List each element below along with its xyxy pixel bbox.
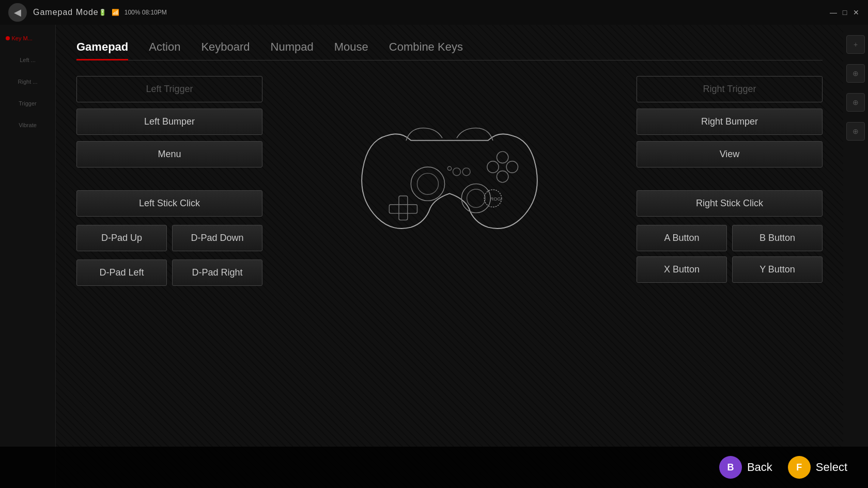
close-button[interactable]: ✕ (853, 9, 860, 16)
gamepad-layout: Left Trigger Left Bumper Menu Left Stick… (76, 76, 823, 286)
svg-rect-5 (389, 205, 417, 213)
main-content: Gamepad Action Keyboard Numpad Mouse Com… (56, 25, 843, 488)
controller-svg: ROG (351, 102, 548, 247)
svg-point-3 (467, 189, 485, 207)
sidebar-label-vibrate: Vibrate (19, 122, 37, 128)
right-btn-4[interactable]: ⊕ (846, 122, 865, 141)
tab-keyboard[interactable]: Keyboard (201, 40, 250, 60)
tab-mouse[interactable]: Mouse (334, 40, 368, 60)
app-icon: ◀ (8, 3, 27, 22)
app-title: Gamepad Mode (33, 8, 99, 17)
dpad-up-down-row: D-Pad Up D-Pad Down (76, 225, 262, 251)
svg-point-12 (447, 166, 451, 170)
bottom-bar: B Back F Select (0, 447, 868, 488)
svg-point-7 (506, 161, 518, 173)
right-btn-2[interactable]: ⊕ (846, 64, 865, 83)
y-button[interactable]: Y Button (732, 256, 823, 283)
sidebar-item-right[interactable]: Right ... (18, 79, 38, 85)
right-bumper-button[interactable]: Right Bumper (637, 109, 823, 135)
sidebar-label-keymap: Key M... (12, 35, 33, 41)
minimize-button[interactable]: — (830, 9, 837, 16)
right-btn-1[interactable]: + (846, 35, 865, 54)
back-label: Back (747, 461, 772, 474)
sidebar: Key M... Left ... Right ... Trigger Vibr… (0, 25, 56, 488)
svg-point-0 (411, 167, 444, 201)
sidebar-label-left: Left ... (20, 57, 36, 63)
window-controls[interactable]: — □ ✕ (830, 9, 860, 16)
b-button[interactable]: B Button (732, 225, 823, 251)
active-indicator (6, 36, 10, 40)
dpad-left-button[interactable]: D-Pad Left (76, 260, 167, 286)
right-buttons: Right Trigger Right Bumper View Right St… (637, 76, 823, 283)
svg-point-10 (462, 168, 470, 176)
dpad-right-button[interactable]: D-Pad Right (172, 260, 262, 286)
left-trigger-button[interactable]: Left Trigger (76, 76, 262, 102)
controller-image-area: ROG (273, 76, 626, 272)
tab-bar: Gamepad Action Keyboard Numpad Mouse Com… (76, 40, 823, 60)
svg-point-2 (461, 184, 490, 213)
a-button[interactable]: A Button (637, 225, 727, 251)
back-button[interactable]: B Back (719, 456, 772, 479)
tab-combine-keys[interactable]: Combine Keys (389, 40, 463, 60)
sidebar-item-vibrate[interactable]: Vibrate (19, 122, 37, 128)
select-label: Select (816, 461, 847, 474)
left-stick-click-button[interactable]: Left Stick Click (76, 190, 262, 217)
back-icon: B (719, 456, 742, 479)
tab-gamepad[interactable]: Gamepad (76, 40, 128, 60)
sidebar-item-left[interactable]: Left ... (20, 57, 36, 63)
svg-point-11 (453, 168, 461, 176)
select-icon: F (788, 456, 811, 479)
svg-point-6 (497, 171, 508, 182)
svg-point-8 (487, 161, 499, 173)
right-stick-click-button[interactable]: Right Stick Click (637, 190, 823, 217)
abxy-grid: A Button B Button X Button Y Button (637, 225, 823, 283)
clock: 100% 08:10PM (125, 9, 167, 16)
sidebar-item-trigger[interactable]: Trigger (19, 100, 36, 106)
right-controls: + ⊕ ⊕ ⊕ (843, 25, 868, 488)
x-button[interactable]: X Button (637, 256, 727, 283)
sidebar-item-keymap[interactable]: Key M... (5, 35, 51, 41)
wifi-icon: 📶 (112, 9, 119, 16)
right-trigger-button[interactable]: Right Trigger (637, 76, 823, 102)
left-bumper-button[interactable]: Left Bumper (76, 109, 262, 135)
sidebar-label-trigger: Trigger (19, 100, 36, 106)
dpad-left-right-row: D-Pad Left D-Pad Right (76, 260, 262, 286)
svg-rect-4 (399, 196, 408, 220)
svg-point-9 (497, 151, 508, 163)
maximize-button[interactable]: □ (841, 9, 848, 16)
status-area: 🔋 📶 100% 08:10PM (99, 9, 167, 16)
right-btn-3[interactable]: ⊕ (846, 93, 865, 112)
menu-button[interactable]: Menu (76, 141, 262, 167)
sidebar-label-right: Right ... (18, 79, 38, 85)
titlebar: ◀ Gamepad Mode 🔋 📶 100% 08:10PM — □ ✕ (0, 0, 868, 25)
left-buttons: Left Trigger Left Bumper Menu Left Stick… (76, 76, 262, 286)
battery-icon: 🔋 (99, 9, 106, 16)
dpad-down-button[interactable]: D-Pad Down (172, 225, 262, 251)
dpad-up-button[interactable]: D-Pad Up (76, 225, 167, 251)
tab-action[interactable]: Action (149, 40, 180, 60)
tab-numpad[interactable]: Numpad (271, 40, 314, 60)
svg-text:ROG: ROG (490, 196, 501, 202)
view-button[interactable]: View (637, 141, 823, 167)
svg-point-1 (417, 173, 438, 194)
select-button[interactable]: F Select (788, 456, 847, 479)
